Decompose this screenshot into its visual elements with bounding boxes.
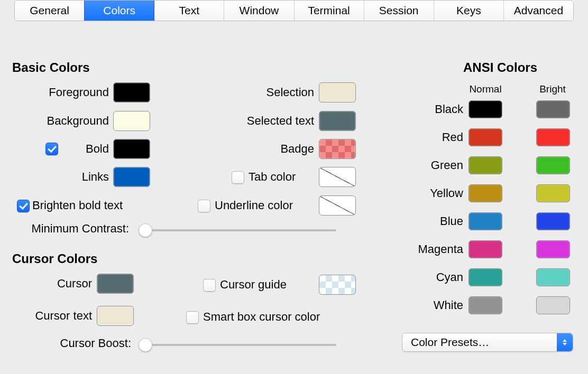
ansi-row-label-green: Green bbox=[431, 158, 463, 172]
selected-text-label: Selected text bbox=[247, 114, 314, 128]
tab-session[interactable]: Session bbox=[364, 1, 434, 21]
tab-color-well[interactable] bbox=[319, 167, 356, 187]
cursor-boost-label: Cursor Boost: bbox=[60, 336, 132, 350]
ansi-colors-heading: ANSI Colors bbox=[463, 60, 537, 75]
slider-thumb-icon[interactable] bbox=[139, 338, 152, 352]
foreground-color-well[interactable] bbox=[113, 82, 150, 102]
tab-general[interactable]: General bbox=[15, 1, 85, 21]
ansi-cyan-bright[interactable] bbox=[536, 268, 570, 286]
underline-color-label: Underline color bbox=[215, 199, 293, 212]
ansi-black-bright[interactable] bbox=[536, 100, 570, 118]
bold-label: Bold bbox=[86, 142, 109, 156]
ansi-row-label-magenta: Magenta bbox=[418, 242, 463, 256]
tab-text[interactable]: Text bbox=[154, 1, 224, 21]
ansi-magenta-bright[interactable] bbox=[536, 240, 570, 258]
bold-checkbox[interactable] bbox=[45, 143, 58, 155]
tab-color-label: Tab color bbox=[249, 170, 296, 184]
badge-label: Badge bbox=[280, 142, 314, 156]
settings-tabbar: General Colors Text Window Terminal Sess… bbox=[14, 0, 574, 21]
ansi-row-label-black: Black bbox=[435, 102, 463, 116]
cursor-colors-heading: Cursor Colors bbox=[12, 251, 97, 266]
ansi-row-label-red: Red bbox=[442, 130, 463, 144]
tab-keys[interactable]: Keys bbox=[434, 1, 504, 21]
underline-color-well[interactable] bbox=[319, 195, 356, 216]
ansi-black-normal[interactable] bbox=[468, 100, 502, 118]
ansi-row-label-cyan: Cyan bbox=[436, 270, 463, 284]
ansi-row-label-blue: Blue bbox=[440, 214, 463, 228]
color-presets-dropdown[interactable]: Color Presets… bbox=[402, 333, 573, 352]
tab-label: Window bbox=[240, 4, 279, 17]
ansi-green-bright[interactable] bbox=[536, 156, 570, 174]
ansi-blue-normal[interactable] bbox=[468, 212, 502, 230]
ansi-white-normal[interactable] bbox=[468, 296, 502, 314]
smart-box-checkbox[interactable] bbox=[186, 311, 199, 324]
cursor-text-label: Cursor text bbox=[35, 309, 92, 323]
background-label: Background bbox=[47, 114, 109, 128]
tab-label: Colors bbox=[103, 4, 135, 17]
cursor-color-well[interactable] bbox=[97, 274, 134, 294]
ansi-normal-col-header: Normal bbox=[463, 83, 508, 95]
ansi-red-bright[interactable] bbox=[536, 128, 570, 146]
dropdown-arrows-icon bbox=[557, 333, 573, 351]
background-color-well[interactable] bbox=[113, 111, 150, 131]
selection-color-well[interactable] bbox=[319, 82, 356, 102]
tab-color-checkbox[interactable] bbox=[232, 171, 244, 184]
tab-label: Session bbox=[379, 4, 419, 17]
brighten-bold-label: Brighten bold text bbox=[32, 199, 123, 212]
tab-label: Advanced bbox=[514, 4, 563, 17]
smart-box-label: Smart box cursor color bbox=[203, 310, 320, 324]
ansi-yellow-bright[interactable] bbox=[536, 184, 570, 202]
tab-label: Keys bbox=[456, 4, 481, 17]
tab-label: Terminal bbox=[308, 4, 350, 17]
foreground-label: Foreground bbox=[49, 86, 109, 99]
tab-colors[interactable]: Colors bbox=[84, 1, 154, 21]
ansi-green-normal[interactable] bbox=[468, 156, 502, 174]
cursor-guide-color-well[interactable] bbox=[319, 275, 356, 295]
links-color-well[interactable] bbox=[113, 167, 150, 187]
selected-text-color-well[interactable] bbox=[319, 111, 356, 131]
bold-color-well[interactable] bbox=[113, 139, 150, 159]
underline-color-checkbox[interactable] bbox=[198, 200, 210, 212]
ansi-cyan-normal[interactable] bbox=[468, 268, 502, 286]
links-label: Links bbox=[82, 170, 109, 184]
color-presets-label: Color Presets… bbox=[411, 336, 489, 349]
tab-label: General bbox=[30, 4, 69, 17]
ansi-magenta-normal[interactable] bbox=[468, 240, 502, 258]
ansi-white-bright[interactable] bbox=[536, 296, 570, 314]
tab-window[interactable]: Window bbox=[224, 1, 294, 21]
ansi-bright-col-header: Bright bbox=[533, 83, 572, 95]
ansi-yellow-normal[interactable] bbox=[468, 184, 502, 202]
tab-advanced[interactable]: Advanced bbox=[504, 1, 573, 21]
cursor-guide-checkbox[interactable] bbox=[203, 279, 216, 292]
slider-thumb-icon[interactable] bbox=[139, 223, 152, 237]
minimum-contrast-label: Minimum Contrast: bbox=[31, 222, 129, 236]
ansi-red-normal[interactable] bbox=[468, 128, 502, 146]
cursor-label: Cursor bbox=[57, 277, 92, 291]
cursor-guide-label: Cursor guide bbox=[220, 278, 287, 292]
badge-color-well[interactable] bbox=[319, 139, 356, 159]
brighten-bold-checkbox[interactable] bbox=[17, 200, 30, 212]
ansi-blue-bright[interactable] bbox=[536, 212, 570, 230]
ansi-row-label-white: White bbox=[434, 298, 463, 312]
cursor-text-color-well[interactable] bbox=[97, 306, 134, 326]
basic-colors-heading: Basic Colors bbox=[12, 60, 90, 75]
selection-label: Selection bbox=[266, 86, 314, 99]
ansi-row-label-yellow: Yellow bbox=[430, 186, 463, 200]
tab-terminal[interactable]: Terminal bbox=[295, 1, 364, 21]
minimum-contrast-slider[interactable] bbox=[141, 229, 336, 231]
cursor-boost-slider[interactable] bbox=[141, 344, 336, 346]
tab-label: Text bbox=[179, 4, 200, 17]
